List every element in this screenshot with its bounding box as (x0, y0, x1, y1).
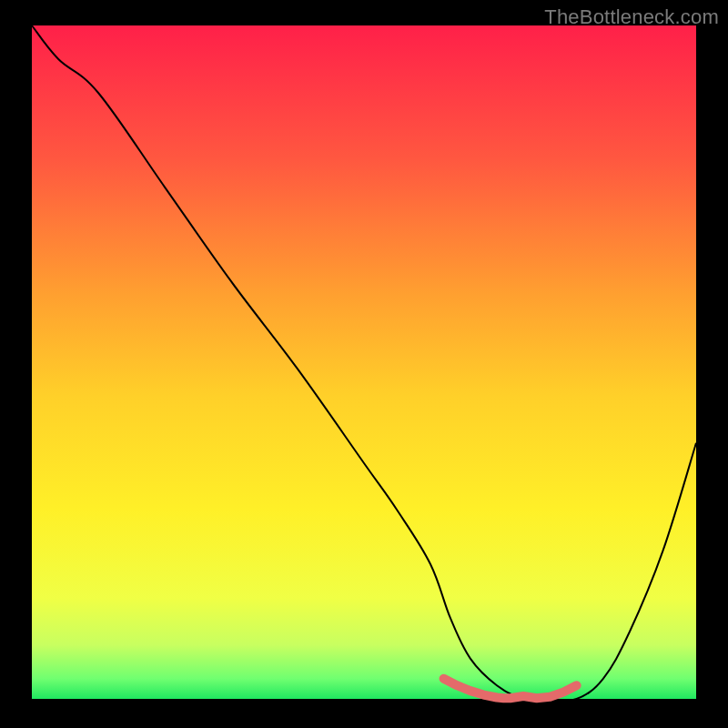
chart-container: TheBottleneck.com (0, 0, 728, 728)
bottleneck-chart (0, 0, 728, 728)
attribution-label: TheBottleneck.com (544, 5, 719, 29)
chart-background (32, 25, 696, 699)
